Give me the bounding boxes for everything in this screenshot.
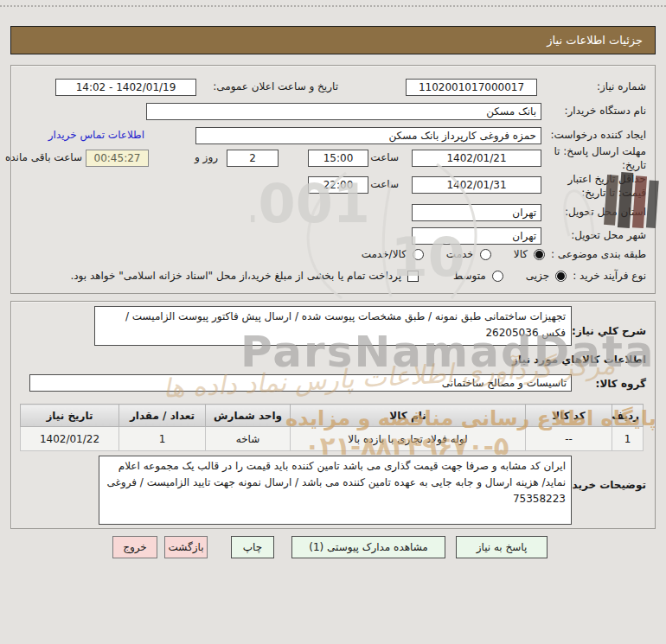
radio-goods-service-label: کالا/خدمت	[362, 248, 407, 260]
price-validity-date-field[interactable]: 1402/01/31	[412, 176, 541, 194]
goods-group-field[interactable]: تاسیسات و مصالح ساختمانی	[29, 374, 572, 392]
goods-table-header-row: ردیف کد کالا نام کالا واحد شمارش تعداد /…	[21, 405, 644, 427]
exit-button[interactable]: خروج	[112, 536, 157, 558]
province-field[interactable]: تهران	[412, 204, 541, 221]
col-goods-name: نام کالا	[291, 405, 526, 427]
price-validity-time-field[interactable]: 22:00	[308, 176, 368, 194]
need-description-panel: شرح کلي نیاز: تجهیزات ساختمانی طبق نمونه…	[10, 301, 656, 529]
goods-table: ردیف کد کالا نام کالا واحد شمارش تعداد /…	[20, 404, 644, 451]
city-field[interactable]: تهران	[412, 227, 541, 245]
goods-table-row: 1 -- لوله فولاد تجاری با بازده بالا شاخه…	[21, 427, 644, 451]
radio-service-label: خدمت	[446, 248, 474, 260]
col-quantity: تعداد / مقدار	[119, 405, 206, 427]
cell-goods-name: لوله فولاد تجاری با بازده بالا	[291, 427, 526, 451]
process-type-label: نوع فرآیند خرید :	[573, 270, 646, 282]
page-title-bar: جزئیات اطلاعات نیاز	[10, 26, 656, 54]
cell-row-number: 1	[612, 427, 644, 451]
radio-service[interactable]	[480, 249, 491, 260]
need-info-panel: شماره نیاز: 1102001017000017 تاریخ و ساع…	[10, 65, 656, 294]
validity-hour-label: ساعت	[370, 178, 399, 192]
radio-partial-label: جزیی	[526, 270, 549, 282]
buyer-org-label: نام دستگاه خریدار:	[565, 105, 647, 118]
goods-group-label: گروه کالا:	[596, 378, 646, 390]
city-label: شهر محل تحویل:	[571, 229, 646, 243]
reply-deadline-date-field[interactable]: 1402/01/21	[412, 150, 541, 167]
page-title: جزئیات اطلاعات نیاز	[547, 34, 643, 47]
reply-time-field[interactable]: 15:00	[308, 150, 368, 167]
buyer-notes-box[interactable]: ایران کد مشابه و صرفا جهت قیمت گذاری می …	[99, 456, 572, 525]
announce-datetime-label: تاریخ و ساعت اعلان عمومی:	[213, 80, 338, 94]
need-number-label: شماره نیاز:	[597, 80, 646, 94]
col-row-number: ردیف	[612, 405, 644, 427]
cell-goods-code: --	[526, 427, 612, 451]
classification-row: طبقه بندی موضوعی : کالا خدمت کالا/خدمت	[362, 248, 646, 260]
price-validity-label: حداقل تاریخ اعتبار قیمت: تا تاریخ:	[539, 173, 646, 200]
hours-remaining-label: ساعت باقی مانده	[5, 151, 82, 165]
radio-partial[interactable]	[555, 271, 567, 282]
view-attached-docs-button[interactable]: مشاهده مدارک پیوستی (1)	[291, 536, 445, 558]
need-number-field[interactable]: 1102001017000017	[406, 79, 537, 96]
radio-goods-label: کالا	[514, 248, 528, 260]
goods-section-title: اطلاعات کالاهاي مورد نیاز	[512, 354, 646, 366]
cell-quantity: 1	[119, 427, 206, 451]
cell-unit: شاخه	[206, 427, 291, 451]
treasury-checkbox[interactable]	[407, 271, 419, 282]
process-type-row: نوع فرآیند خرید : جزیی متوسط پرداخت تمام…	[70, 270, 646, 282]
radio-medium-label: متوسط	[453, 270, 486, 282]
need-details-page: جزئیات اطلاعات نیاز شماره نیاز: 11020010…	[0, 0, 666, 644]
buyer-contact-link[interactable]: اطلاعات تماس خریدار	[48, 129, 144, 141]
request-creator-field[interactable]: حمزه فروغی کارپرداز بانک مسکن	[195, 127, 541, 144]
print-button[interactable]: چاپ	[231, 536, 274, 558]
top-divider	[0, 5, 666, 7]
buyer-org-field[interactable]: بانک مسکن	[146, 103, 541, 120]
description-box[interactable]: تجهیزات ساختمانی طبق نمونه / طبق مشخصات …	[94, 306, 572, 346]
col-unit: واحد شمارش	[206, 405, 291, 427]
classification-label: طبقه بندی موضوعی :	[551, 248, 646, 260]
province-label: استان محل تحویل:	[565, 206, 646, 220]
radio-goods[interactable]	[534, 249, 545, 260]
cell-need-date: 1402/01/22	[21, 427, 119, 451]
radio-medium[interactable]	[492, 271, 503, 282]
col-need-date: تاریخ نیاز	[21, 405, 119, 427]
treasury-checkbox-label: پرداخت تمام یا بخشی از مبلغ خرید،از محل …	[70, 270, 401, 282]
back-button[interactable]: بازگشت	[164, 536, 208, 558]
radio-goods-service[interactable]	[413, 249, 424, 260]
reply-hour-label: ساعت	[370, 151, 399, 165]
reply-deadline-label: مهلت ارسال پاسخ: تا تاریخ:	[544, 145, 646, 172]
col-goods-code: کد کالا	[526, 405, 612, 427]
description-label: شرح کلي نیاز:	[572, 325, 646, 337]
countdown-timer: 00:45:27	[86, 150, 149, 167]
announce-datetime-field[interactable]: 1402/01/19 - 14:02	[55, 79, 196, 96]
days-and-label: روز و	[195, 151, 218, 165]
reply-to-need-button[interactable]: پاسخ به نیاز	[456, 536, 548, 558]
remaining-days-field[interactable]: 2	[227, 150, 279, 167]
request-creator-label: ایجاد کننده درخواست:	[550, 129, 646, 143]
